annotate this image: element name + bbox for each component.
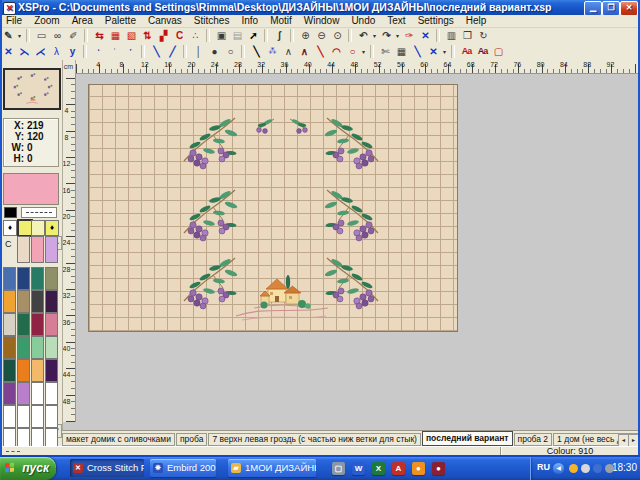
marker-b-icon[interactable]: ✕ xyxy=(426,45,441,59)
menu-item-stitches[interactable]: Stitches xyxy=(188,15,236,27)
thread-tool-icon[interactable]: ʃ xyxy=(272,29,287,43)
palette-swatch[interactable] xyxy=(45,359,58,382)
word-icon[interactable]: W xyxy=(352,462,365,475)
menu-item-motif[interactable]: Motif xyxy=(264,15,298,27)
minimize-button[interactable]: ▁ xyxy=(584,1,602,15)
screen-view-icon[interactable]: ▣ xyxy=(214,29,229,43)
petite-stitch-c-icon[interactable]: ʽ xyxy=(123,45,138,59)
dropdown-arrow-icon[interactable]: ▾ xyxy=(16,29,23,43)
pattern-tab[interactable]: проба xyxy=(176,433,207,446)
palette-swatch[interactable] xyxy=(17,313,30,336)
print-preview-icon[interactable]: ▤ xyxy=(230,29,245,43)
pattern-tab[interactable]: 7 верхн левая гроздь (с частью ниж ветки… xyxy=(208,433,421,446)
sprig-motif[interactable] xyxy=(252,116,278,136)
dropdown-arrow-icon[interactable]: ▾ xyxy=(394,29,401,43)
special-stitch-c-icon[interactable]: ∧ xyxy=(281,45,296,59)
palette-swatch[interactable] xyxy=(45,290,58,313)
menu-item-file[interactable]: File xyxy=(0,15,28,27)
tray-icon[interactable] xyxy=(569,464,578,473)
full-stitch-icon[interactable]: ✕ xyxy=(1,45,16,59)
palette-swatch[interactable] xyxy=(45,336,58,359)
tray-icon[interactable] xyxy=(593,464,602,473)
menu-item-palette[interactable]: Palette xyxy=(99,15,142,27)
palette-swatch[interactable] xyxy=(3,382,16,405)
taskbar-button[interactable]: ✕Cross Stitch Pro... xyxy=(70,459,144,477)
save-file-icon[interactable]: ▥ xyxy=(444,29,459,43)
circle-stitch-icon[interactable]: ○ xyxy=(345,45,360,59)
branch-motif[interactable] xyxy=(321,255,383,311)
rect-select-tool-icon[interactable]: ▭ xyxy=(34,29,49,43)
menu-item-info[interactable]: Info xyxy=(235,15,264,27)
threequarter-stitch-b-icon[interactable]: ⋌ xyxy=(33,45,48,59)
palette-swatch[interactable] xyxy=(31,313,44,336)
menu-item-window[interactable]: Window xyxy=(298,15,346,27)
palette-swatch[interactable] xyxy=(3,405,16,428)
diamond-cell[interactable] xyxy=(31,220,45,236)
design-preview[interactable] xyxy=(3,68,61,110)
palette-swatch[interactable] xyxy=(45,405,58,428)
revert-file-icon[interactable]: ↻ xyxy=(476,29,491,43)
marker-a-icon[interactable]: ╲ xyxy=(410,45,425,59)
tray-icon[interactable] xyxy=(581,464,590,473)
palette-swatch[interactable] xyxy=(3,359,16,382)
menu-item-help[interactable]: Help xyxy=(460,15,493,27)
zoom-in-icon[interactable]: ⊕ xyxy=(298,29,313,43)
palette-swatch[interactable] xyxy=(3,290,16,313)
branch-motif[interactable] xyxy=(179,187,241,243)
pattern-tab[interactable]: последний вариант xyxy=(422,431,513,446)
font-large-icon[interactable]: Aa xyxy=(459,45,474,59)
rotate-tool-icon[interactable]: C xyxy=(172,29,187,43)
branch-motif[interactable] xyxy=(179,255,241,311)
path-motif[interactable] xyxy=(234,300,330,322)
branch-motif[interactable] xyxy=(321,187,383,243)
taskbar-button[interactable]: ❋Embird 2003 xyxy=(150,459,216,477)
fabric-tool-icon[interactable]: ▦ xyxy=(394,45,409,59)
palette-tall-swatch[interactable] xyxy=(45,236,58,263)
language-indicator[interactable]: RU xyxy=(537,462,550,472)
menu-item-settings[interactable]: Settings xyxy=(412,15,460,27)
special-stitch-a-icon[interactable]: ╲ xyxy=(249,45,264,59)
menu-item-undo[interactable]: Undo xyxy=(345,15,381,27)
close-button[interactable]: ✕ xyxy=(620,1,638,15)
current-color-swatch[interactable] xyxy=(3,173,59,205)
motif-paste-icon[interactable]: ▧ xyxy=(124,29,139,43)
palette-swatch[interactable] xyxy=(31,267,44,290)
palette-swatch[interactable] xyxy=(31,382,44,405)
secondary-color-swatch[interactable] xyxy=(4,207,17,218)
motif-flip-icon[interactable]: ⇆ xyxy=(92,29,107,43)
diamond-cell[interactable]: ♦ xyxy=(3,220,17,236)
bead-filled-icon[interactable]: ● xyxy=(207,45,222,59)
palette-swatch[interactable] xyxy=(17,336,30,359)
zoom-out-icon[interactable]: ⊖ xyxy=(314,29,329,43)
maximize-button[interactable]: ❐ xyxy=(602,1,620,15)
palette-swatch[interactable] xyxy=(45,313,58,336)
scatter-tool-icon[interactable]: ∴ xyxy=(188,29,203,43)
threequarter-stitch-a-icon[interactable]: ⋋ xyxy=(17,45,32,59)
palette-tall-swatch[interactable] xyxy=(31,236,44,263)
palette-tall-swatch[interactable] xyxy=(17,236,30,263)
brush-tool-icon[interactable]: ✑ xyxy=(402,29,417,43)
branch-motif[interactable] xyxy=(179,115,241,171)
eraser-tool-icon[interactable]: ✐ xyxy=(66,29,81,43)
pencil-tool-icon[interactable]: ✎ xyxy=(1,29,16,43)
acrobat-icon[interactable]: A xyxy=(392,462,405,475)
menu-item-text[interactable]: Text xyxy=(381,15,411,27)
special-stitch-e-icon[interactable]: ╲ xyxy=(313,45,328,59)
dropdown-arrow-icon[interactable]: ▾ xyxy=(360,45,367,59)
ripper-tool-icon[interactable]: ✄ xyxy=(378,45,393,59)
menu-item-zoom[interactable]: Zoom xyxy=(28,15,66,27)
dashed-style-button[interactable] xyxy=(21,207,57,218)
curve-stitch-icon[interactable]: ◠ xyxy=(329,45,344,59)
tray-icon[interactable] xyxy=(605,464,614,473)
backstitch-left-icon[interactable]: ╲ xyxy=(149,45,164,59)
pattern-tab[interactable]: макет домик с оливочками xyxy=(62,433,175,446)
dropdown-arrow-icon[interactable]: ▾ xyxy=(371,29,378,43)
motif-resize-icon[interactable]: ⇅ xyxy=(140,29,155,43)
palette-swatch[interactable] xyxy=(45,382,58,405)
pattern-tab[interactable]: проба 2 xyxy=(514,433,553,446)
palette-swatch[interactable] xyxy=(3,267,16,290)
excel-icon[interactable]: X xyxy=(372,462,385,475)
freehand-select-tool-icon[interactable]: ∞ xyxy=(50,29,65,43)
menu-item-area[interactable]: Area xyxy=(66,15,99,27)
tray-chevron-icon[interactable]: ◀ xyxy=(553,463,564,474)
